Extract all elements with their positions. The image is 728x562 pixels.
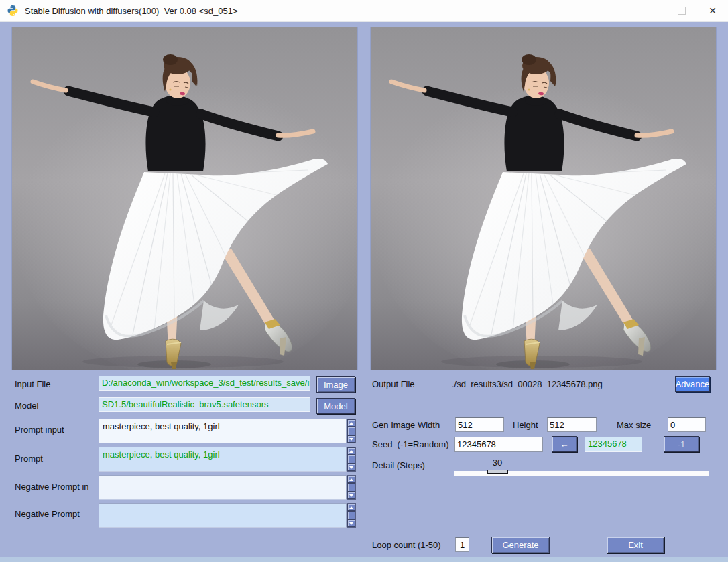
scroll-down-icon[interactable] <box>347 435 355 443</box>
scroll-up-icon[interactable] <box>347 447 355 455</box>
height-label: Height <box>513 420 538 430</box>
steps-label: Detail (Steps) <box>372 460 425 470</box>
arrow-left-icon: ← <box>560 439 569 449</box>
seed-display-field: 12345678 <box>585 437 642 452</box>
negative-prompt-textarea[interactable] <box>99 503 347 528</box>
output-image-preview <box>371 27 716 370</box>
maximize-button[interactable] <box>666 0 697 21</box>
gen-image-width-label: Gen Image Width <box>372 420 440 430</box>
negative-prompt-label: Negative Prompt <box>15 509 80 519</box>
seed-input[interactable] <box>454 437 543 452</box>
model-field[interactable]: SD1.5/beautifulRealistic_brav5.safetenso… <box>99 397 310 412</box>
scroll-down-icon[interactable] <box>347 464 355 471</box>
minimize-icon <box>648 11 655 11</box>
prompt-scrollbar[interactable] <box>347 447 356 472</box>
scroll-down-icon[interactable] <box>347 492 355 499</box>
input-file-field[interactable]: D:/anaconda_win/workspace_3/sd_test/resu… <box>99 376 310 391</box>
output-file-label: Output File <box>372 379 415 389</box>
height-input[interactable] <box>547 417 597 432</box>
generate-button[interactable]: Generate <box>491 537 550 553</box>
scroll-thumb[interactable] <box>347 511 355 520</box>
scroll-up-icon[interactable] <box>347 504 355 511</box>
prompt-label: Prompt <box>15 453 43 464</box>
prompt-input-label: Prompt input <box>15 425 64 435</box>
model-label: Model <box>15 401 38 411</box>
scroll-thumb[interactable] <box>347 455 355 464</box>
model-button[interactable]: Model <box>316 398 355 414</box>
negative-prompt-in-textarea[interactable] <box>99 475 347 500</box>
exit-button[interactable]: Exit <box>607 537 664 553</box>
prompt-textarea[interactable]: masterpiece, best quality, 1girl <box>99 447 347 472</box>
minimize-button[interactable] <box>635 0 666 21</box>
steps-value: 30 <box>487 458 508 468</box>
maximize-icon <box>678 7 686 15</box>
scroll-thumb[interactable] <box>347 427 355 435</box>
close-button[interactable]: ✕ <box>697 0 728 21</box>
prompt-input-textarea[interactable]: masterpiece, best quality, 1girl <box>99 419 347 443</box>
title-bar: Stable Diffusion with diffusers(100) Ver… <box>0 0 728 22</box>
loop-count-label: Loop count (1-50) <box>372 540 441 550</box>
max-size-label: Max size <box>617 420 651 430</box>
max-size-input[interactable] <box>668 417 706 432</box>
scroll-down-icon[interactable] <box>347 520 355 527</box>
scroll-up-icon[interactable] <box>347 419 355 427</box>
negative-prompt-scrollbar[interactable] <box>347 503 356 528</box>
steps-slider-handle[interactable] <box>487 470 508 474</box>
close-icon: ✕ <box>709 6 717 15</box>
window-bottom-edge <box>0 557 728 562</box>
negative-prompt-in-scrollbar[interactable] <box>347 475 356 500</box>
window-title: Stable Diffusion with diffusers(100) Ver… <box>25 6 238 16</box>
seed-random-button[interactable]: -1 <box>664 436 699 452</box>
negative-prompt-in-label: Negative Prompt in <box>15 482 89 492</box>
gen-image-width-input[interactable] <box>455 417 504 432</box>
input-file-label: Input File <box>15 379 50 389</box>
seed-copy-button[interactable]: ← <box>552 436 577 452</box>
prompt-input-scrollbar[interactable] <box>347 419 356 443</box>
scroll-thumb[interactable] <box>347 483 355 492</box>
image-button[interactable]: Image <box>316 376 355 393</box>
python-app-icon <box>7 5 19 17</box>
output-file-value: ./sd_results3/sd_00028_12345678.png <box>452 379 603 389</box>
advance-button[interactable]: Advance <box>675 376 710 392</box>
seed-label: Seed (-1=Random) <box>372 439 449 449</box>
input-image-preview <box>12 27 357 370</box>
loop-count-input[interactable] <box>455 537 469 552</box>
scroll-up-icon[interactable] <box>347 476 355 483</box>
